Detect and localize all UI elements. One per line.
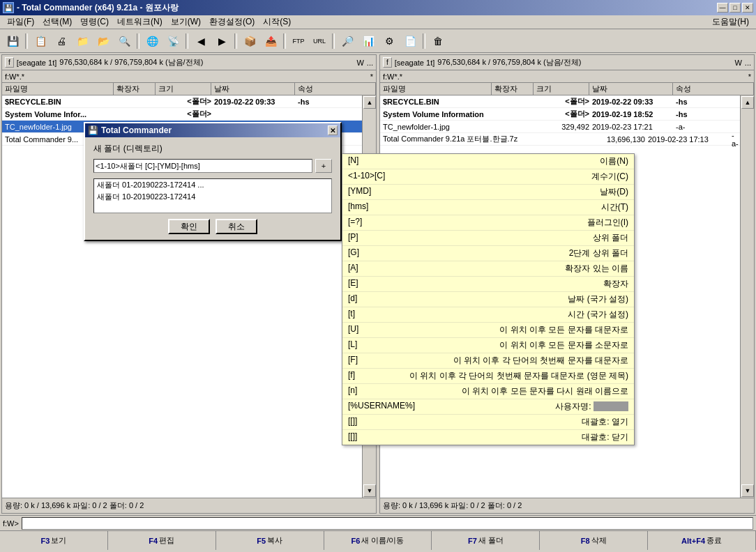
tb-sep-5 xyxy=(283,33,286,49)
right-filter-pattern: * xyxy=(748,72,751,81)
tb-nav-back[interactable]: ◀ xyxy=(191,32,211,50)
left-side-btn-2[interactable]: ▼ xyxy=(363,484,376,497)
fkey-f6[interactable]: F6 새 이름/이동 xyxy=(324,531,432,550)
left-drive-label: [seagate 1t] xyxy=(17,59,57,67)
tb-btn-8[interactable]: 📡 xyxy=(163,32,183,50)
right-col-attr[interactable]: 속성 xyxy=(673,83,754,95)
menu-view[interactable]: 보기(W) xyxy=(167,15,205,29)
dialog-buttons: 확인 취소 xyxy=(93,219,332,234)
left-filter: f:W*.* xyxy=(5,72,24,81)
tb-btn-3[interactable]: 🖨 xyxy=(52,32,71,50)
right-disk-info: 976,530,684 k / 976,759,804 k (남음/전체) xyxy=(437,57,581,68)
new-folder-dialog[interactable]: 💾 Total Commander ✕ 새 폴더 (디렉토리) + 새폴더 01… xyxy=(84,122,342,241)
fkey-f5[interactable]: F5 복사 xyxy=(216,531,324,550)
tb-btn-13[interactable]: 📄 xyxy=(400,32,420,50)
close-button[interactable]: ✕ xyxy=(742,3,753,13)
right-col-filename[interactable]: 파일명 xyxy=(380,83,492,95)
table-row[interactable]: Total Commander 9.21a 포터블.한글.7z 13,696,1… xyxy=(380,133,740,146)
tb-btn-10[interactable]: 📤 xyxy=(261,32,280,50)
right-list-header: 파일명 확장자 크기 날짜 속성 xyxy=(380,83,754,95)
menu-select[interactable]: 선택(M) xyxy=(38,15,76,29)
tb-back-button[interactable]: 💾 xyxy=(3,32,22,50)
tb-btn-6[interactable]: 🔍 xyxy=(114,32,134,50)
dialog-close-button[interactable]: ✕ xyxy=(328,125,338,135)
table-row[interactable]: System Volume Information <폴더> 2019-02-1… xyxy=(380,108,740,121)
tb-btn-11[interactable]: 📊 xyxy=(358,32,378,50)
fkey-f3[interactable]: F3 보기 xyxy=(0,531,108,550)
tb-btn-9[interactable]: 📦 xyxy=(240,32,259,50)
right-col-size[interactable]: 크기 xyxy=(534,83,589,95)
left-side-btn-1[interactable]: ▲ xyxy=(363,96,376,109)
table-row[interactable]: $RECYCLE.BIN <폴더> 2019-02-22 09:33 -hs xyxy=(2,95,362,108)
table-row[interactable]: TC_newfolder-1.jpg 329,492 2019-02-23 17… xyxy=(380,121,740,133)
right-drive-button[interactable]: f xyxy=(383,57,392,68)
left-drive-button[interactable]: f xyxy=(5,57,14,68)
left-col-ext[interactable]: 확장자 xyxy=(114,83,156,95)
right-filter-bar: f:W*.* * xyxy=(380,70,754,83)
window-controls[interactable]: — □ ✕ xyxy=(717,3,753,13)
tb-btn-12[interactable]: ⚙ xyxy=(379,32,399,50)
dialog-history-list[interactable]: 새폴더 01-20190223-172414 ... 새폴더 10-201902… xyxy=(93,178,332,213)
menu-command[interactable]: 명령(C) xyxy=(76,15,113,29)
left-col-size[interactable]: 크기 xyxy=(156,83,211,95)
right-side-btn-2[interactable]: ▼ xyxy=(741,484,754,497)
tooltip-row: [[]] 대괄호: 닫기 xyxy=(342,430,634,445)
fkey-f7[interactable]: F7 새 폴더 xyxy=(432,531,540,550)
command-input[interactable] xyxy=(22,517,753,530)
tb-sep-3 xyxy=(186,33,188,49)
left-col-attr[interactable]: 속성 xyxy=(295,83,376,95)
left-list-header: 파일명 확장자 크기 날짜 속성 xyxy=(2,83,376,95)
right-side-btn-1[interactable]: ▲ xyxy=(741,96,754,109)
table-row[interactable]: System Volume Infor... <폴더> xyxy=(2,108,362,121)
right-col-date[interactable]: 날짜 xyxy=(589,83,673,95)
tb-sep-7 xyxy=(423,33,425,49)
tb-btn-ftp2[interactable]: URL xyxy=(310,32,329,50)
fkey-altf4[interactable]: Alt+F4 종료 xyxy=(648,531,756,550)
tb-sep-1 xyxy=(25,33,28,49)
left-col-filename[interactable]: 파일명 xyxy=(2,83,114,95)
left-disk-info: 976,530,684 k / 976,759,804 k (남음/전체) xyxy=(59,57,203,68)
title-bar-left: 💾 - Total Commander (x64) 9.21a - 원포사랑 xyxy=(3,2,179,14)
fkey-f8[interactable]: F8 삭제 xyxy=(540,531,648,550)
menu-file[interactable]: 파일(F) xyxy=(3,15,38,29)
list-item[interactable]: 새폴더 01-20190223-172414 ... xyxy=(94,179,331,191)
tb-btn-2[interactable]: 📋 xyxy=(31,32,50,50)
window-title: - Total Commander (x64) 9.21a - 원포사랑 xyxy=(17,2,179,14)
menu-network[interactable]: 네트워크(N) xyxy=(113,15,167,29)
tooltip-row: [f] 이 위치 이후 각 단어의 첫번째 문자를 대문자로 (영문 제목) xyxy=(342,369,634,384)
tb-btn-ftp1[interactable]: FTP xyxy=(289,32,308,50)
tb-btn-14[interactable]: 🗑 xyxy=(428,32,448,50)
menu-help[interactable]: 도움말(H) xyxy=(708,15,753,29)
left-col-date[interactable]: 날짜 xyxy=(211,83,295,95)
table-row[interactable]: $RECYCLE.BIN <폴더> 2019-02-22 09:33 -hs xyxy=(380,95,740,108)
tooltip-row: [F] 이 위치 이후 각 단어의 첫번째 문자를 대문자로 xyxy=(342,353,634,369)
tooltip-row: [L] 이 위치 이후 모든 문자를 소문자로 xyxy=(342,338,634,353)
dialog-cancel-button[interactable]: 취소 xyxy=(216,219,257,234)
tb-btn-7[interactable]: 🌐 xyxy=(142,32,162,50)
left-filter-pattern: * xyxy=(370,72,373,81)
folder-name-input[interactable] xyxy=(93,159,312,173)
title-bar: 💾 - Total Commander (x64) 9.21a - 원포사랑 —… xyxy=(0,0,756,15)
list-item[interactable]: 새폴더 10-20190223-172414 xyxy=(94,191,331,203)
tb-search[interactable]: 🔎 xyxy=(338,32,357,50)
right-col-ext[interactable]: 확장자 xyxy=(492,83,534,95)
right-side-buttons: ▲ ▼ xyxy=(740,95,754,498)
fkey-f4[interactable]: F4 편집 xyxy=(108,531,216,550)
menu-start[interactable]: 시작(S) xyxy=(259,15,295,29)
tooltip-row: [YMD] 날짜(D) xyxy=(342,185,634,200)
dialog-icon: 💾 xyxy=(88,125,98,135)
tb-btn-5[interactable]: 📂 xyxy=(93,32,113,50)
left-filter-bar: f:W*.* * xyxy=(2,70,376,83)
tb-nav-fwd[interactable]: ▶ xyxy=(212,32,232,50)
right-expand[interactable]: ... xyxy=(745,59,751,67)
menu-settings[interactable]: 환경설정(O) xyxy=(205,15,259,29)
dialog-add-button[interactable]: + xyxy=(315,159,332,173)
tooltip-row: [=?] 플러그인(I) xyxy=(342,215,634,231)
maximize-button[interactable]: □ xyxy=(729,3,741,13)
left-expand[interactable]: ... xyxy=(367,59,373,67)
dialog-title-bar: 💾 Total Commander ✕ xyxy=(85,123,340,137)
dialog-confirm-button[interactable]: 확인 xyxy=(168,219,210,234)
tb-sep-2 xyxy=(137,33,139,49)
tb-btn-4[interactable]: 📁 xyxy=(73,32,92,50)
minimize-button[interactable]: — xyxy=(717,3,728,13)
